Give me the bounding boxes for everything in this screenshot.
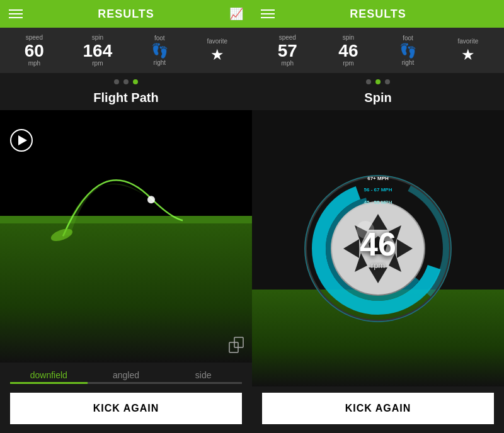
- stat-foot-value-2: right: [402, 59, 414, 66]
- tab-angled[interactable]: angled: [88, 368, 165, 384]
- stats-bar-2: speed 57 mph spin 46 rpm foot 👣 right fa…: [252, 28, 504, 73]
- stat-foot-1: foot 👣 right: [151, 35, 168, 66]
- dot-1-3[interactable]: [133, 79, 138, 84]
- stat-foot-2: foot 👣 right: [399, 35, 416, 66]
- star-icon-1[interactable]: ★: [210, 46, 224, 64]
- stat-spin-2: spin 46 rpm: [338, 34, 358, 67]
- panel-flight-path: RESULTS 📈 speed 60 mph spin 164 rpm foot…: [0, 0, 252, 433]
- menu-icon-2[interactable]: [261, 9, 275, 18]
- page-title-2: RESULTS: [350, 8, 406, 21]
- dots-1: [0, 73, 252, 88]
- share-icon[interactable]: [228, 336, 246, 357]
- dot-1-1[interactable]: [114, 79, 119, 84]
- stat-spin-unit-1: rpm: [92, 60, 103, 67]
- section-title-2: Spin: [252, 88, 504, 110]
- dot-2-1[interactable]: [366, 79, 371, 84]
- stat-speed-value-1: 60: [25, 42, 44, 60]
- spin-gauge: 46 rpm 67+ MPH 56 - 67 MPH 45 - 55 MPH: [302, 173, 454, 324]
- stat-speed-value-2: 57: [278, 42, 297, 60]
- kick-again-button-1[interactable]: KICK AGAIN: [10, 393, 242, 424]
- tab-side[interactable]: side: [164, 368, 242, 384]
- stat-foot-label-1: foot: [154, 35, 165, 42]
- dots-2: [252, 73, 504, 88]
- panel-spin: RESULTS speed 57 mph spin 46 rpm foot 👣 …: [252, 0, 504, 433]
- dot-1-2[interactable]: [123, 79, 129, 84]
- stat-favorite-2[interactable]: favorite ★: [457, 38, 478, 64]
- stat-spin-label-1: spin: [92, 34, 103, 41]
- page-title-1: RESULTS: [98, 8, 154, 21]
- stat-speed-2: speed 57 mph: [278, 34, 297, 67]
- stat-speed-unit-1: mph: [28, 60, 40, 67]
- stat-speed-unit-2: mph: [282, 60, 294, 67]
- stat-spin-1: spin 164 rpm: [83, 34, 113, 67]
- stat-speed-1: speed 60 mph: [25, 34, 44, 67]
- foot-icon-2: 👣: [399, 43, 416, 59]
- foot-icon-1: 👣: [151, 43, 168, 59]
- spin-content: 46 rpm 67+ MPH 56 - 67 MPH 45 - 55 MPH: [252, 110, 504, 386]
- stat-fav-label-1: favorite: [207, 38, 227, 45]
- stat-fav-label-2: favorite: [457, 38, 478, 45]
- trend-icon[interactable]: 📈: [229, 7, 243, 21]
- stat-spin-label-2: spin: [343, 34, 354, 41]
- star-icon-2[interactable]: ★: [461, 46, 475, 64]
- stat-spin-value-2: 46: [338, 42, 358, 60]
- flight-trajectory: [25, 110, 214, 262]
- dot-2-2[interactable]: [375, 79, 381, 84]
- menu-icon-1[interactable]: [9, 9, 23, 18]
- stat-foot-label-2: foot: [403, 35, 413, 42]
- soccer-ball: [331, 201, 425, 296]
- tab-downfield[interactable]: downfield: [10, 368, 88, 384]
- dot-2-3[interactable]: [385, 79, 390, 84]
- flight-content: [0, 110, 252, 363]
- section-title-1: Flight Path: [0, 88, 252, 110]
- stat-speed-label-1: speed: [26, 34, 43, 41]
- stat-foot-value-1: right: [154, 59, 166, 66]
- stat-spin-value-1: 164: [83, 42, 113, 60]
- stat-speed-label-2: speed: [279, 34, 296, 41]
- kick-again-button-2[interactable]: KICK AGAIN: [262, 393, 494, 424]
- stats-bar-1: speed 60 mph spin 164 rpm foot 👣 right f…: [0, 28, 252, 73]
- view-tabs: downfield angled side: [0, 363, 252, 386]
- header-2: RESULTS: [252, 0, 504, 28]
- stat-favorite-1[interactable]: favorite ★: [207, 38, 227, 64]
- stat-spin-unit-2: rpm: [343, 60, 353, 67]
- header-1: RESULTS 📈: [0, 0, 252, 28]
- svg-point-19: [357, 221, 374, 239]
